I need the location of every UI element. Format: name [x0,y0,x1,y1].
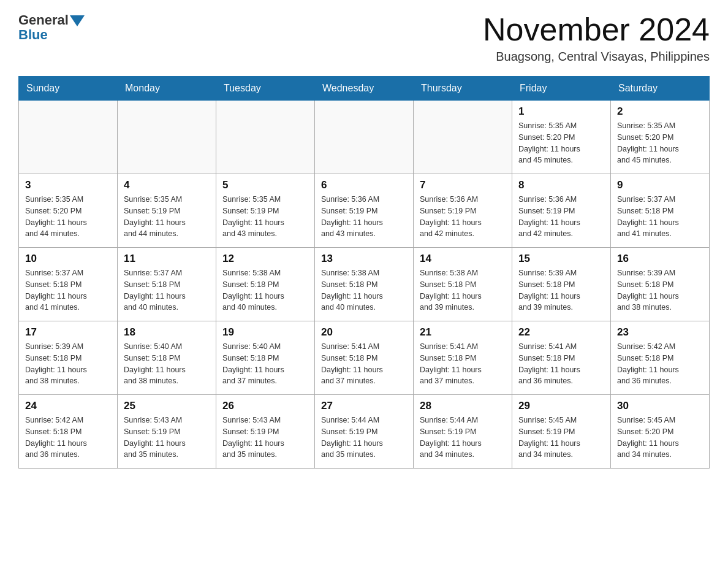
calendar-cell: 19Sunrise: 5:40 AM Sunset: 5:18 PM Dayli… [216,321,315,395]
day-number: 26 [222,400,308,412]
calendar-cell: 4Sunrise: 5:35 AM Sunset: 5:19 PM Daylig… [118,174,216,248]
day-number: 30 [617,400,703,412]
calendar-cell: 11Sunrise: 5:37 AM Sunset: 5:18 PM Dayli… [118,248,216,321]
calendar-cell [315,101,414,174]
calendar-cell: 3Sunrise: 5:35 AM Sunset: 5:20 PM Daylig… [19,174,118,248]
calendar-cell: 20Sunrise: 5:41 AM Sunset: 5:18 PM Dayli… [315,321,414,395]
calendar-week-row: 3Sunrise: 5:35 AM Sunset: 5:20 PM Daylig… [19,174,710,248]
calendar-cell: 2Sunrise: 5:35 AM Sunset: 5:20 PM Daylig… [611,101,710,174]
day-number: 5 [222,179,308,191]
day-info: Sunrise: 5:43 AM Sunset: 5:19 PM Dayligh… [222,415,308,461]
day-info: Sunrise: 5:41 AM Sunset: 5:18 PM Dayligh… [518,341,604,387]
day-info: Sunrise: 5:43 AM Sunset: 5:19 PM Dayligh… [124,415,210,461]
day-info: Sunrise: 5:36 AM Sunset: 5:19 PM Dayligh… [321,194,407,240]
day-number: 1 [518,105,604,118]
calendar-cell: 6Sunrise: 5:36 AM Sunset: 5:19 PM Daylig… [315,174,414,248]
calendar-cell [216,101,315,174]
day-info: Sunrise: 5:39 AM Sunset: 5:18 PM Dayligh… [25,341,111,387]
logo-blue-text: Blue [18,27,85,43]
column-header-saturday: Saturday [611,77,710,101]
day-number: 17 [25,326,111,339]
calendar-cell: 16Sunrise: 5:39 AM Sunset: 5:18 PM Dayli… [611,248,710,321]
day-info: Sunrise: 5:36 AM Sunset: 5:19 PM Dayligh… [518,194,604,240]
calendar-cell [414,101,512,174]
calendar-table: SundayMondayTuesdayWednesdayThursdayFrid… [18,76,710,469]
day-number: 27 [321,400,407,412]
day-info: Sunrise: 5:44 AM Sunset: 5:19 PM Dayligh… [321,415,407,461]
day-info: Sunrise: 5:40 AM Sunset: 5:18 PM Dayligh… [124,341,210,387]
day-number: 6 [321,179,407,191]
logo-general-text: General [18,12,69,28]
calendar-subtitle: Buagsong, Central Visayas, Philippines [483,50,710,64]
day-number: 29 [518,400,604,412]
calendar-cell: 23Sunrise: 5:42 AM Sunset: 5:18 PM Dayli… [611,321,710,395]
calendar-week-row: 10Sunrise: 5:37 AM Sunset: 5:18 PM Dayli… [19,248,710,321]
day-info: Sunrise: 5:37 AM Sunset: 5:18 PM Dayligh… [25,267,111,313]
day-info: Sunrise: 5:39 AM Sunset: 5:18 PM Dayligh… [518,267,604,313]
day-info: Sunrise: 5:35 AM Sunset: 5:20 PM Dayligh… [617,120,703,166]
day-number: 11 [124,253,210,265]
day-info: Sunrise: 5:40 AM Sunset: 5:18 PM Dayligh… [222,341,308,387]
day-info: Sunrise: 5:45 AM Sunset: 5:19 PM Dayligh… [518,415,604,461]
day-number: 9 [617,179,703,191]
calendar-cell: 7Sunrise: 5:36 AM Sunset: 5:19 PM Daylig… [414,174,512,248]
day-info: Sunrise: 5:38 AM Sunset: 5:18 PM Dayligh… [222,267,308,313]
calendar-header-row: SundayMondayTuesdayWednesdayThursdayFrid… [19,77,710,101]
day-info: Sunrise: 5:42 AM Sunset: 5:18 PM Dayligh… [617,341,703,387]
calendar-cell: 15Sunrise: 5:39 AM Sunset: 5:18 PM Dayli… [512,248,611,321]
calendar-cell: 5Sunrise: 5:35 AM Sunset: 5:19 PM Daylig… [216,174,315,248]
calendar-cell: 29Sunrise: 5:45 AM Sunset: 5:19 PM Dayli… [512,395,611,469]
day-info: Sunrise: 5:41 AM Sunset: 5:18 PM Dayligh… [321,341,407,387]
day-number: 16 [617,253,703,265]
calendar-cell: 8Sunrise: 5:36 AM Sunset: 5:19 PM Daylig… [512,174,611,248]
day-number: 13 [321,253,407,265]
calendar-week-row: 24Sunrise: 5:42 AM Sunset: 5:18 PM Dayli… [19,395,710,469]
day-number: 23 [617,326,703,339]
day-info: Sunrise: 5:36 AM Sunset: 5:19 PM Dayligh… [420,194,506,240]
calendar-cell: 18Sunrise: 5:40 AM Sunset: 5:18 PM Dayli… [118,321,216,395]
column-header-monday: Monday [118,77,216,101]
day-info: Sunrise: 5:37 AM Sunset: 5:18 PM Dayligh… [124,267,210,313]
day-number: 19 [222,326,308,339]
calendar-cell: 22Sunrise: 5:41 AM Sunset: 5:18 PM Dayli… [512,321,611,395]
calendar-cell: 17Sunrise: 5:39 AM Sunset: 5:18 PM Dayli… [19,321,118,395]
day-number: 20 [321,326,407,339]
day-number: 10 [25,253,111,265]
day-info: Sunrise: 5:35 AM Sunset: 5:20 PM Dayligh… [25,194,111,240]
column-header-sunday: Sunday [19,77,118,101]
calendar-cell: 9Sunrise: 5:37 AM Sunset: 5:18 PM Daylig… [611,174,710,248]
day-number: 25 [124,400,210,412]
day-info: Sunrise: 5:41 AM Sunset: 5:18 PM Dayligh… [420,341,506,387]
day-info: Sunrise: 5:45 AM Sunset: 5:20 PM Dayligh… [617,415,703,461]
day-number: 28 [420,400,506,412]
logo: General Blue [18,12,85,43]
calendar-week-row: 1Sunrise: 5:35 AM Sunset: 5:20 PM Daylig… [19,101,710,174]
calendar-cell: 28Sunrise: 5:44 AM Sunset: 5:19 PM Dayli… [414,395,512,469]
calendar-cell [19,101,118,174]
day-info: Sunrise: 5:35 AM Sunset: 5:20 PM Dayligh… [518,120,604,166]
day-number: 7 [420,179,506,191]
column-header-tuesday: Tuesday [216,77,315,101]
day-number: 3 [25,179,111,191]
day-number: 21 [420,326,506,339]
column-header-thursday: Thursday [414,77,512,101]
day-info: Sunrise: 5:38 AM Sunset: 5:18 PM Dayligh… [420,267,506,313]
day-number: 22 [518,326,604,339]
day-info: Sunrise: 5:39 AM Sunset: 5:18 PM Dayligh… [617,267,703,313]
day-info: Sunrise: 5:42 AM Sunset: 5:18 PM Dayligh… [25,415,111,461]
day-number: 2 [617,105,703,118]
page-header: General Blue November 2024 Buagsong, Cen… [18,12,710,64]
day-info: Sunrise: 5:37 AM Sunset: 5:18 PM Dayligh… [617,194,703,240]
calendar-cell: 27Sunrise: 5:44 AM Sunset: 5:19 PM Dayli… [315,395,414,469]
column-header-friday: Friday [512,77,611,101]
day-number: 8 [518,179,604,191]
day-info: Sunrise: 5:35 AM Sunset: 5:19 PM Dayligh… [124,194,210,240]
column-header-wednesday: Wednesday [315,77,414,101]
calendar-cell: 13Sunrise: 5:38 AM Sunset: 5:18 PM Dayli… [315,248,414,321]
day-number: 18 [124,326,210,339]
calendar-cell: 26Sunrise: 5:43 AM Sunset: 5:19 PM Dayli… [216,395,315,469]
calendar-title: November 2024 [483,12,710,47]
day-info: Sunrise: 5:35 AM Sunset: 5:19 PM Dayligh… [222,194,308,240]
calendar-cell: 30Sunrise: 5:45 AM Sunset: 5:20 PM Dayli… [611,395,710,469]
calendar-cell: 21Sunrise: 5:41 AM Sunset: 5:18 PM Dayli… [414,321,512,395]
